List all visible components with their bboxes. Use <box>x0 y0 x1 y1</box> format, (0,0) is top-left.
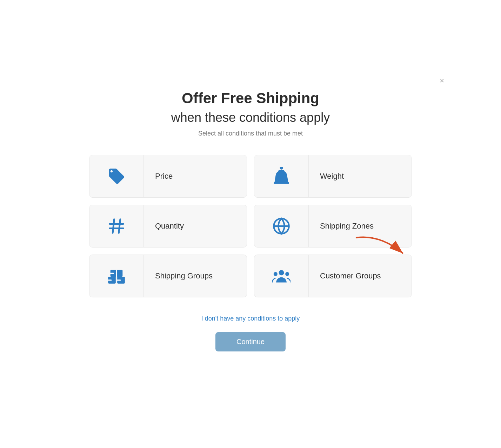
modal-title: Offer Free Shipping <box>89 90 412 107</box>
continue-button[interactable]: Continue <box>215 332 286 351</box>
quantity-label: Quantity <box>144 205 247 247</box>
modal-container: × Offer Free Shipping when these conditi… <box>47 68 454 379</box>
annotation-arrow <box>352 234 408 264</box>
footer: I don't have any conditions to apply Con… <box>89 315 412 351</box>
globe-icon <box>254 205 309 247</box>
svg-point-9 <box>279 270 284 275</box>
weight-icon <box>254 155 309 197</box>
svg-point-10 <box>274 272 278 276</box>
condition-card-weight[interactable]: Weight <box>254 155 412 198</box>
weight-label: Weight <box>309 155 412 197</box>
condition-card-quantity[interactable]: Quantity <box>89 205 247 248</box>
no-conditions-link[interactable]: I don't have any conditions to apply <box>89 315 412 322</box>
modal-subtitle: when these conditions apply <box>89 110 412 125</box>
price-tag-icon <box>89 155 144 197</box>
boxes-icon <box>89 255 144 297</box>
conditions-grid: Price Weight Qu <box>89 155 412 297</box>
price-label: Price <box>144 155 247 197</box>
condition-card-shipping-groups[interactable]: Shipping Groups <box>89 255 247 297</box>
modal-description: Select all conditions that must be met <box>89 130 412 137</box>
close-button[interactable]: × <box>438 75 446 86</box>
shipping-groups-label: Shipping Groups <box>144 255 247 297</box>
modal-header: Offer Free Shipping when these condition… <box>89 90 412 137</box>
condition-card-price[interactable]: Price <box>89 155 247 198</box>
svg-point-11 <box>285 272 289 276</box>
people-icon <box>254 255 309 297</box>
hash-icon <box>89 205 144 247</box>
